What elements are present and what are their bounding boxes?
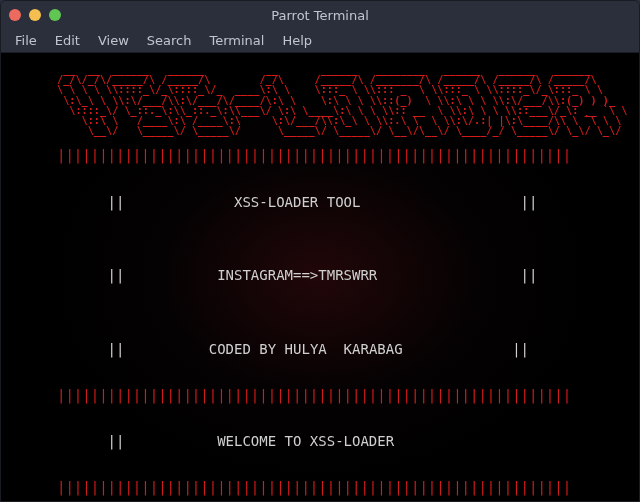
info-welcome: WELCOME TO XSS-LOADER	[217, 433, 394, 449]
info-row-tool: || XSS-LOADER TOOL ||	[57, 165, 623, 239]
row-left-bar: ||	[108, 267, 125, 283]
menubar: File Edit View Search Terminal Help	[1, 29, 639, 53]
divider-top: ||||||||||||||||||||||||||||||||||||||||…	[57, 146, 623, 165]
terminal-output[interactable]: __ __ ______ ______ __ ______ ________ _…	[1, 53, 639, 501]
terminal-window: Parrot Terminal File Edit View Search Te…	[0, 0, 640, 502]
minimize-icon[interactable]	[29, 9, 41, 21]
row-left-bar: ||	[108, 433, 125, 449]
info-row-instagram: || INSTAGRAM==>TMRSWRR ||	[57, 239, 623, 313]
window-controls	[9, 9, 61, 21]
maximize-icon[interactable]	[49, 9, 61, 21]
menu-file[interactable]: File	[7, 31, 45, 50]
ascii-logo: __ __ ______ ______ __ ______ ________ _…	[57, 65, 623, 136]
divider-bottom: ||||||||||||||||||||||||||||||||||||||||…	[57, 478, 623, 497]
menu-terminal[interactable]: Terminal	[201, 31, 272, 50]
info-row-author: || CODED BY HULYA KARABAG ||	[57, 312, 623, 386]
row-right-bar: ||	[521, 267, 538, 283]
row-left-bar: ||	[108, 194, 125, 210]
window-title: Parrot Terminal	[271, 8, 369, 23]
menu-edit[interactable]: Edit	[47, 31, 88, 50]
info-author: CODED BY HULYA KARABAG	[209, 341, 403, 357]
row-right-bar: ||	[521, 194, 538, 210]
menu-search[interactable]: Search	[139, 31, 200, 50]
menu-help[interactable]: Help	[274, 31, 320, 50]
titlebar: Parrot Terminal	[1, 1, 639, 29]
info-row-welcome: || WELCOME TO XSS-LOADER	[57, 405, 623, 479]
divider-mid: ||||||||||||||||||||||||||||||||||||||||…	[57, 386, 623, 405]
info-tool-name: XSS-LOADER TOOL	[234, 194, 360, 210]
info-instagram: INSTAGRAM==>TMRSWRR	[217, 267, 377, 283]
row-right-bar: ||	[512, 341, 529, 357]
row-left-bar: ||	[108, 341, 125, 357]
menu-view[interactable]: View	[90, 31, 137, 50]
close-icon[interactable]	[9, 9, 21, 21]
